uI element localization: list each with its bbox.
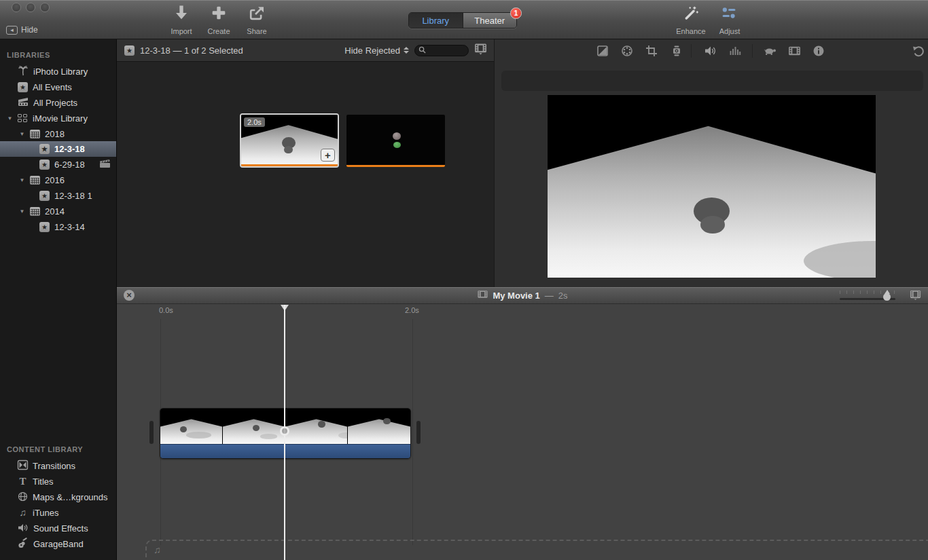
sidebar-item-iphoto-library[interactable]: iPhoto Library [0,64,116,79]
item-label: Maps &…kgrounds [33,492,108,502]
crop-icon[interactable] [645,45,658,57]
library-tab-label: Library [422,16,449,26]
sidebar-item-garageband[interactable]: GarageBand [0,536,116,552]
info-icon[interactable] [813,45,825,57]
timeline-header: × My Movie 1 — 2s [117,287,928,304]
item-label: 12-3-14 [54,222,85,232]
transitions-icon [18,460,28,472]
filter-label: Hide Rejected [344,45,400,56]
sidebar-item-2016[interactable]: ▼ 2016 [0,172,116,188]
item-label: iPhoto Library [33,67,88,77]
undo-icon[interactable] [912,45,925,57]
clip-thumbnail-selected[interactable]: 2.0s + [240,113,339,168]
hide-sidebar-button[interactable]: ◂ Hide [6,25,38,35]
import-button[interactable]: Import [162,4,201,37]
clapperboard-icon [99,159,111,170]
close-project-button[interactable]: × [124,290,135,301]
color-balance-icon[interactable] [596,45,609,57]
share-button[interactable]: Share [237,4,276,37]
sliders-icon [721,4,738,22]
import-label: Import [171,27,192,35]
sidebar-item-sound-effects[interactable]: Sound Effects [0,521,116,536]
preview-object-shadow [700,216,725,234]
timeline-zoom-slider[interactable] [840,290,895,302]
speed-icon[interactable] [764,45,776,57]
theater-badge: 1 [510,7,522,19]
magic-wand-icon [683,4,699,22]
color-correction-icon[interactable] [621,45,633,57]
sidebar-item-12-3-18-1[interactable]: ★ 12-3-18 1 [0,188,116,204]
clip-audio-waveform[interactable] [160,444,410,459]
minimize-window-button[interactable] [26,3,35,12]
clip-thumbnail[interactable] [346,115,445,167]
library-theater-switch: Library Theater 1 [408,12,517,29]
search-icon [418,44,426,56]
timeline-settings-icon[interactable] [910,290,921,304]
item-label: 12-3-18 [54,144,85,154]
clip-preview-detail [393,142,401,148]
trim-handle-right[interactable] [416,421,421,444]
toolbar-separator [752,44,753,58]
main-toolbar: ◂ Hide Import Create Share Library Theat… [0,0,928,39]
toolbar-separator [691,44,692,58]
noise-reduction-icon[interactable] [729,45,741,57]
sidebar-item-2018[interactable]: ▼ 2018 [0,126,116,142]
item-label: 2014 [45,206,65,217]
sidebar-item-all-projects[interactable]: All Projects [0,95,116,111]
import-icon [173,4,190,22]
background-music-well[interactable]: ♫ [145,540,928,560]
add-to-timeline-button[interactable]: + [321,149,335,162]
enhance-label: Enhance [676,27,705,35]
item-label: All Events [33,82,72,92]
clip-preview-image [393,132,401,140]
sidebar-item-itunes[interactable]: ♫ iTunes [0,505,116,521]
calendar-icon [30,130,40,138]
enhance-button[interactable]: Enhance [671,4,711,37]
window-controls [12,3,50,12]
palm-tree-icon [18,65,29,78]
sidebar-item-titles[interactable]: T Titles [0,474,116,489]
star-icon: ★ [18,82,28,92]
adjust-button[interactable]: Adjust [710,4,749,37]
browser-title: 12-3-18 — 1 of 2 Selected [140,45,243,56]
close-window-button[interactable] [12,3,21,12]
hide-rejected-dropdown[interactable]: Hide Rejected [344,45,409,56]
disclosure-triangle-icon[interactable]: ▼ [18,208,26,214]
tab-theater[interactable]: Theater 1 [463,13,517,28]
slider-thumb[interactable] [883,293,891,301]
create-label: Create [207,27,230,35]
disclosure-triangle-icon[interactable]: ▼ [18,131,26,137]
disclosure-triangle-icon[interactable]: ▼ [5,115,14,122]
sidebar-item-imovie-library[interactable]: ▼ iMovie Library [0,111,116,126]
zoom-window-button[interactable] [40,3,50,12]
item-label: 6-29-18 [54,160,85,170]
volume-icon[interactable] [704,45,717,57]
viewer-panel [494,39,928,287]
project-duration: 2s [558,291,568,301]
sidebar-item-all-events[interactable]: ★ All Events [0,79,116,95]
clip-appearance-icon[interactable] [474,43,487,58]
clip-duration-badge: 2.0s [244,117,265,127]
sidebar-item-6-29-18[interactable]: ★ 6-29-18 [0,157,116,172]
trim-handle-left[interactable] [149,421,154,444]
music-note-icon: ♫ [154,544,161,555]
clip-filter-icon[interactable] [788,45,800,57]
search-input[interactable] [428,46,467,54]
tab-library[interactable]: Library [409,13,463,28]
titles-icon: T [18,477,28,487]
create-button[interactable]: Create [199,4,238,37]
content-library-header: CONTENT LIBRARY [7,445,83,453]
sidebar-item-transitions[interactable]: Transitions [0,458,116,474]
stabilization-icon[interactable] [671,45,683,57]
playhead-handle[interactable] [280,426,289,436]
sidebar-item-12-3-18[interactable]: ★ 12-3-18 [0,141,116,157]
sidebar-item-2014[interactable]: ▼ 2014 [0,204,116,219]
hide-arrow-icon: ◂ [6,26,18,35]
star-icon: ★ [39,191,50,201]
ruler-gridline [412,319,413,545]
sidebar-item-maps-backgrounds[interactable]: Maps &…kgrounds [0,489,116,505]
disclosure-triangle-icon[interactable]: ▼ [18,177,26,183]
adjust-label: Adjust [719,27,740,35]
search-field[interactable] [414,45,469,56]
sidebar-item-12-3-14[interactable]: ★ 12-3-14 [0,219,116,235]
